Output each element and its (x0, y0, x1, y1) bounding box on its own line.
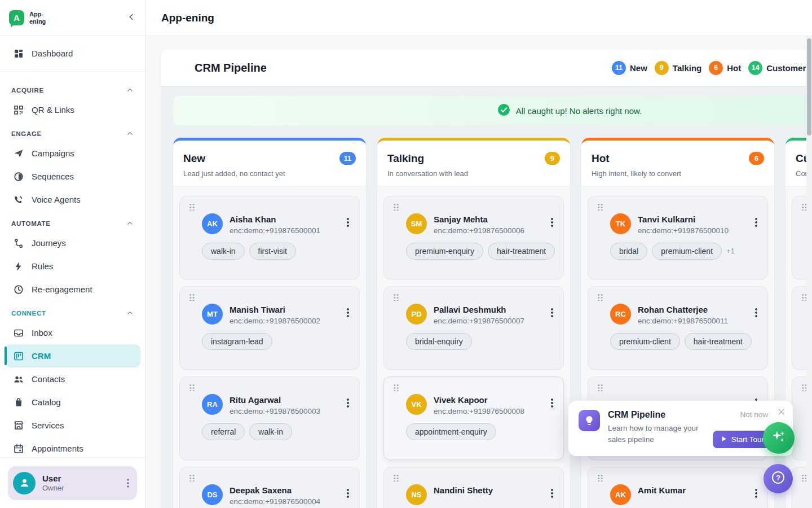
lead-card-vivek-kapoor[interactable]: VK Vivek Kapoor enc:demo:+919876500008 a… (383, 376, 564, 460)
user-profile-card[interactable]: User Owner (8, 466, 137, 500)
send-icon (12, 147, 24, 159)
column-subtitle: In conversation with lead (387, 169, 560, 178)
not-now-button[interactable]: Not now (740, 410, 768, 419)
card-menu-kebab-icon[interactable] (755, 308, 757, 318)
avatar: DS (202, 484, 223, 505)
ai-assistant-fab[interactable] (763, 422, 795, 454)
sidebar-item-re-engagement[interactable]: Re-engagement (5, 278, 140, 301)
sidebar-item-rules[interactable]: Rules (5, 255, 140, 278)
alert-text: All caught up! No alerts right now. (516, 106, 642, 116)
lead-card-tanvi-kulkarni[interactable]: TK Tanvi Kulkarni enc:demo:+919876500010… (588, 196, 768, 279)
help-fab[interactable]: ? (764, 464, 793, 493)
sidebar-item-inbox[interactable]: Inbox (5, 321, 140, 344)
tag-list: premium-enquiryhair-treatment (406, 243, 555, 260)
card-menu-kebab-icon[interactable] (755, 488, 757, 498)
lead-card-ritu-agarwal[interactable]: RA Ritu Agarwal enc:demo:+919876500003 r… (179, 376, 360, 460)
column-count-badge: 11 (339, 152, 356, 165)
sidebar-item-catalog[interactable]: Catalog (5, 391, 140, 414)
sidebar-item-sequences[interactable]: Sequences (5, 165, 140, 188)
card-menu-kebab-icon[interactable] (551, 398, 553, 408)
app-root: A App- ening Dashboard ACQUIRE QR & Link… (0, 0, 812, 508)
sidebar-item-label: Sequences (32, 172, 74, 181)
tag-pill: walk-in (249, 423, 292, 440)
lead-name: Deepak Saxena (230, 484, 320, 496)
lead-card-rohan-chatterjee[interactable]: RC Rohan Chatterjee enc:demo:+9198765000… (588, 286, 768, 370)
play-icon (721, 435, 727, 444)
drag-handle-icon[interactable] (597, 203, 603, 211)
question-mark-icon: ? (770, 470, 786, 488)
stage-count-badge: 11 (612, 61, 626, 75)
drag-handle-icon[interactable] (189, 203, 195, 211)
drag-handle-icon[interactable] (393, 384, 399, 391)
card-menu-kebab-icon[interactable] (347, 398, 349, 408)
user-menu-kebab-icon[interactable] (127, 478, 129, 488)
sidebar-item-appointments[interactable]: Appointments (5, 437, 140, 460)
sequence-icon (12, 170, 24, 182)
drag-handle-icon[interactable] (393, 474, 399, 481)
column-card-list: SM Sanjay Mehta enc:demo:+919876500006 p… (377, 186, 570, 508)
sidebar-item-services[interactable]: Services (5, 414, 140, 437)
kanban-column-talking: Talking 9 In conversation with lead SM S… (377, 138, 570, 508)
lead-card-pallavi-deshmukh[interactable]: PD Pallavi Deshmukh enc:demo:+9198765000… (383, 286, 564, 370)
page-title: App-ening (161, 12, 214, 24)
sidebar-item-contacts[interactable]: Contacts (5, 367, 140, 391)
card-menu-kebab-icon[interactable] (347, 217, 349, 227)
card-menu-kebab-icon[interactable] (551, 308, 553, 318)
user-avatar (13, 472, 36, 494)
section-header-automate[interactable]: AUTOMATE (5, 211, 140, 231)
drag-handle-icon[interactable] (393, 203, 399, 211)
drag-handle-icon[interactable] (393, 294, 399, 301)
lead-phone: enc:demo:+919876500001 (230, 226, 320, 235)
stage-legend: 11 New9 Talking6 Hot14 Customer (612, 50, 806, 86)
section-header-connect[interactable]: CONNECT (5, 301, 140, 321)
drag-handle-icon[interactable] (597, 294, 603, 301)
card-menu-kebab-icon[interactable] (551, 488, 553, 498)
sidebar-item-qr-links[interactable]: QR & Links (5, 98, 140, 121)
drag-handle-icon[interactable] (597, 384, 603, 391)
drag-handle-icon[interactable] (189, 384, 195, 391)
chevron-up-icon (126, 309, 134, 317)
sidebar-item-voice-agents[interactable]: Voice Agents (5, 188, 140, 211)
lead-card-nandini-shetty[interactable]: NS Nandini Shetty (383, 467, 564, 508)
user-name: User (42, 474, 64, 484)
chevron-up-icon (126, 220, 134, 227)
sidebar-item-dashboard[interactable]: Dashboard (5, 42, 140, 65)
card-menu-kebab-icon[interactable] (755, 217, 757, 227)
section-header-acquire[interactable]: ACQUIRE (5, 78, 140, 98)
tag-pill: referral (202, 423, 245, 440)
drag-handle-icon[interactable] (189, 294, 195, 301)
sidebar-item-label: Voice Agents (32, 195, 81, 204)
close-icon[interactable] (777, 408, 785, 416)
scrollbar-thumb[interactable] (807, 38, 811, 135)
stage-label: Talking (673, 63, 701, 73)
column-header: Talking 9 In conversation with lead (377, 141, 570, 186)
sidebar-item-label: CRM (32, 351, 51, 361)
lead-name: Aisha Khan (230, 213, 320, 225)
tour-popup: CRM Pipeline Learn how to manage your sa… (568, 401, 793, 456)
card-menu-kebab-icon[interactable] (347, 488, 349, 498)
section-header-engage[interactable]: ENGAGE (5, 121, 140, 142)
avatar: AK (610, 484, 631, 505)
drag-handle-icon[interactable] (597, 474, 603, 481)
sidebar-collapse-button[interactable] (127, 12, 136, 24)
lead-phone: enc:demo:+919876500002 (230, 317, 320, 325)
avatar: RC (610, 304, 631, 325)
sidebar-item-label: Re-engagement (32, 284, 92, 294)
lead-card-sanjay-mehta[interactable]: SM Sanjay Mehta enc:demo:+919876500006 p… (383, 196, 564, 279)
drag-handle-icon[interactable] (189, 474, 195, 481)
stage-legend-customer: 14 Customer (748, 61, 806, 75)
inbox-icon (12, 327, 24, 339)
lead-card-amit-kumar[interactable]: AK Amit Kumar (588, 467, 768, 508)
lead-card-deepak-saxena[interactable]: DS Deepak Saxena enc:demo:+919876500004 (179, 467, 360, 508)
sidebar-item-crm[interactable]: CRM (5, 344, 140, 367)
card-menu-kebab-icon[interactable] (551, 217, 553, 227)
kanban-column-new: New 11 Lead just added, no contact yet A… (173, 138, 366, 508)
sidebar-item-label: Rules (32, 261, 53, 271)
sidebar-item-journeys[interactable]: Journeys (5, 231, 140, 255)
card-menu-kebab-icon[interactable] (347, 308, 349, 318)
sidebar-item-campaigns[interactable]: Campaigns (5, 142, 140, 165)
lead-card-manish-tiwari[interactable]: MT Manish Tiwari enc:demo:+919876500002 … (179, 286, 360, 370)
lead-name: Ritu Agarwal (230, 394, 320, 406)
sidebar-item-label: Catalog (32, 397, 61, 407)
lead-card-aisha-khan[interactable]: AK Aisha Khan enc:demo:+919876500001 wal… (179, 196, 360, 279)
